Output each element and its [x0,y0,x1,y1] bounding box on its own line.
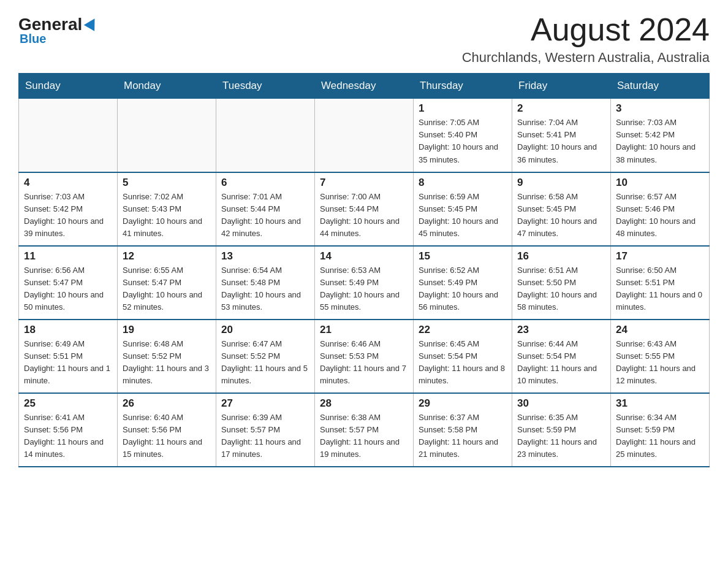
table-row: 31Sunrise: 6:34 AMSunset: 5:59 PMDayligh… [611,393,710,467]
day-info: Sunrise: 6:53 AMSunset: 5:49 PMDaylight:… [320,264,408,314]
day-info: Sunrise: 6:34 AMSunset: 5:59 PMDaylight:… [616,412,704,461]
table-row: 13Sunrise: 6:54 AMSunset: 5:48 PMDayligh… [216,246,315,320]
col-wednesday: Wednesday [315,74,414,99]
day-info: Sunrise: 6:39 AMSunset: 5:57 PMDaylight:… [221,412,309,461]
day-info: Sunrise: 6:38 AMSunset: 5:57 PMDaylight:… [320,412,408,461]
day-info: Sunrise: 6:49 AMSunset: 5:51 PMDaylight:… [24,338,112,388]
col-saturday: Saturday [611,74,710,99]
day-number: 8 [419,177,507,189]
day-info: Sunrise: 6:52 AMSunset: 5:49 PMDaylight:… [419,264,507,314]
day-number: 11 [24,250,112,262]
table-row: 9Sunrise: 6:58 AMSunset: 5:45 PMDaylight… [512,172,611,246]
table-row: 24Sunrise: 6:43 AMSunset: 5:55 PMDayligh… [611,320,710,393]
day-number: 22 [419,324,507,336]
day-info: Sunrise: 7:05 AMSunset: 5:40 PMDaylight:… [419,117,507,166]
week-row-5: 25Sunrise: 6:41 AMSunset: 5:56 PMDayligh… [19,393,710,467]
day-number: 12 [123,250,211,262]
table-row: 7Sunrise: 7:00 AMSunset: 5:44 PMDaylight… [315,172,414,246]
page-header: General Blue August 2024 Churchlands, We… [18,12,710,66]
day-number: 30 [517,397,605,410]
day-info: Sunrise: 6:46 AMSunset: 5:53 PMDaylight:… [320,338,408,388]
day-info: Sunrise: 6:51 AMSunset: 5:50 PMDaylight:… [517,264,605,314]
header-row: Sunday Monday Tuesday Wednesday Thursday… [19,74,710,99]
table-row: 6Sunrise: 7:01 AMSunset: 5:44 PMDaylight… [216,172,315,246]
day-info: Sunrise: 7:01 AMSunset: 5:44 PMDaylight:… [221,191,309,240]
day-info: Sunrise: 6:37 AMSunset: 5:58 PMDaylight:… [419,412,507,461]
table-row: 14Sunrise: 6:53 AMSunset: 5:49 PMDayligh… [315,246,414,320]
day-number: 24 [616,324,704,336]
table-row: 4Sunrise: 7:03 AMSunset: 5:42 PMDaylight… [19,172,118,246]
day-number: 26 [123,397,211,410]
day-info: Sunrise: 7:02 AMSunset: 5:43 PMDaylight:… [123,191,211,240]
day-number: 14 [320,250,408,262]
title-block: August 2024 Churchlands, Western Austral… [462,12,710,66]
day-number: 27 [221,397,309,410]
table-row: 29Sunrise: 6:37 AMSunset: 5:58 PMDayligh… [414,393,512,467]
day-number: 6 [221,177,309,189]
day-info: Sunrise: 6:54 AMSunset: 5:48 PMDaylight:… [221,264,309,314]
day-number: 23 [517,324,605,336]
table-row [19,99,118,172]
day-number: 10 [616,177,704,189]
day-info: Sunrise: 6:57 AMSunset: 5:46 PMDaylight:… [616,191,704,240]
table-row: 26Sunrise: 6:40 AMSunset: 5:56 PMDayligh… [118,393,216,467]
col-thursday: Thursday [414,74,512,99]
day-number: 19 [123,324,211,336]
calendar-table: Sunday Monday Tuesday Wednesday Thursday… [18,73,710,467]
table-row: 17Sunrise: 6:50 AMSunset: 5:51 PMDayligh… [611,246,710,320]
day-number: 3 [616,102,704,115]
calendar-body: 1Sunrise: 7:05 AMSunset: 5:40 PMDaylight… [19,99,710,467]
day-number: 1 [419,102,507,115]
day-info: Sunrise: 7:03 AMSunset: 5:42 PMDaylight:… [616,117,704,166]
day-info: Sunrise: 6:59 AMSunset: 5:45 PMDaylight:… [419,191,507,240]
day-number: 7 [320,177,408,189]
day-number: 31 [616,397,704,410]
table-row: 10Sunrise: 6:57 AMSunset: 5:46 PMDayligh… [611,172,710,246]
month-title: August 2024 [462,12,710,47]
col-friday: Friday [512,74,611,99]
day-info: Sunrise: 7:00 AMSunset: 5:44 PMDaylight:… [320,191,408,240]
table-row: 11Sunrise: 6:56 AMSunset: 5:47 PMDayligh… [19,246,118,320]
week-row-2: 4Sunrise: 7:03 AMSunset: 5:42 PMDaylight… [19,172,710,246]
col-sunday: Sunday [19,74,118,99]
table-row [118,99,216,172]
day-info: Sunrise: 6:55 AMSunset: 5:47 PMDaylight:… [123,264,211,314]
day-number: 25 [24,397,112,410]
day-info: Sunrise: 6:44 AMSunset: 5:54 PMDaylight:… [517,338,605,388]
day-number: 4 [24,177,112,189]
col-monday: Monday [118,74,216,99]
table-row: 23Sunrise: 6:44 AMSunset: 5:54 PMDayligh… [512,320,611,393]
day-number: 28 [320,397,408,410]
table-row: 8Sunrise: 6:59 AMSunset: 5:45 PMDaylight… [414,172,512,246]
table-row: 28Sunrise: 6:38 AMSunset: 5:57 PMDayligh… [315,393,414,467]
table-row [315,99,414,172]
day-info: Sunrise: 6:50 AMSunset: 5:51 PMDaylight:… [616,264,704,314]
day-number: 29 [419,397,507,410]
day-number: 2 [517,102,605,115]
table-row: 21Sunrise: 6:46 AMSunset: 5:53 PMDayligh… [315,320,414,393]
day-info: Sunrise: 6:58 AMSunset: 5:45 PMDaylight:… [517,191,605,240]
week-row-3: 11Sunrise: 6:56 AMSunset: 5:47 PMDayligh… [19,246,710,320]
day-info: Sunrise: 6:48 AMSunset: 5:52 PMDaylight:… [123,338,211,388]
day-number: 15 [419,250,507,262]
table-row: 19Sunrise: 6:48 AMSunset: 5:52 PMDayligh… [118,320,216,393]
calendar-header: Sunday Monday Tuesday Wednesday Thursday… [19,74,710,99]
day-info: Sunrise: 7:04 AMSunset: 5:41 PMDaylight:… [517,117,605,166]
logo-triangle-icon [84,15,100,31]
logo-blue-text: Blue [20,32,46,46]
table-row: 1Sunrise: 7:05 AMSunset: 5:40 PMDaylight… [414,99,512,172]
day-info: Sunrise: 6:35 AMSunset: 5:59 PMDaylight:… [517,412,605,461]
day-info: Sunrise: 6:56 AMSunset: 5:47 PMDaylight:… [24,264,112,314]
location-title: Churchlands, Western Australia, Australi… [462,50,710,66]
day-info: Sunrise: 6:43 AMSunset: 5:55 PMDaylight:… [616,338,704,388]
day-number: 5 [123,177,211,189]
col-tuesday: Tuesday [216,74,315,99]
table-row: 20Sunrise: 6:47 AMSunset: 5:52 PMDayligh… [216,320,315,393]
day-info: Sunrise: 6:40 AMSunset: 5:56 PMDaylight:… [123,412,211,461]
day-info: Sunrise: 6:45 AMSunset: 5:54 PMDaylight:… [419,338,507,388]
table-row: 3Sunrise: 7:03 AMSunset: 5:42 PMDaylight… [611,99,710,172]
table-row: 22Sunrise: 6:45 AMSunset: 5:54 PMDayligh… [414,320,512,393]
week-row-4: 18Sunrise: 6:49 AMSunset: 5:51 PMDayligh… [19,320,710,393]
week-row-1: 1Sunrise: 7:05 AMSunset: 5:40 PMDaylight… [19,99,710,172]
day-info: Sunrise: 7:03 AMSunset: 5:42 PMDaylight:… [24,191,112,240]
